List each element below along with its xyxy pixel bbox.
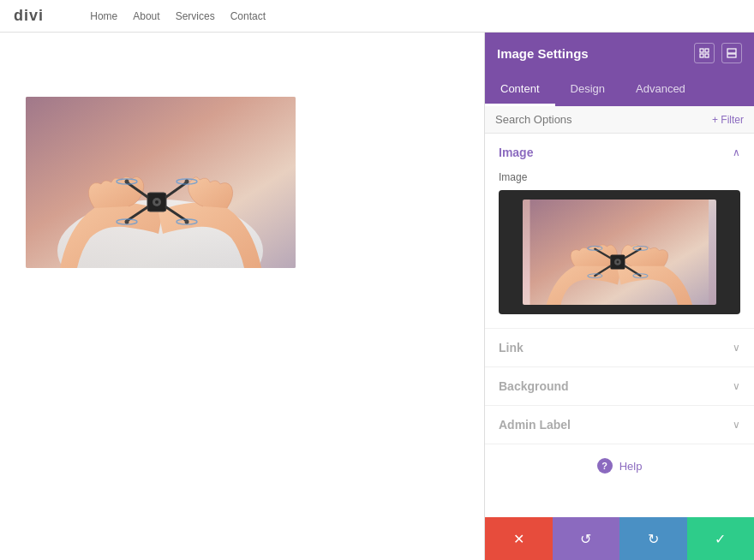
admin-label-chevron-icon: ∨ [733,419,740,431]
undo-icon: ↺ [580,531,591,547]
image-section-header[interactable]: Image ∧ [485,134,754,171]
svg-point-11 [125,180,129,184]
svg-point-13 [125,220,129,224]
search-input[interactable] [495,113,712,126]
cancel-icon: ✕ [513,531,524,547]
background-section-title: Background [499,379,569,393]
collapse-icon-button[interactable] [721,43,742,63]
link-chevron-icon: ∨ [733,342,740,354]
image-chevron-icon: ∧ [733,146,740,158]
svg-rect-18 [705,49,709,52]
help-section: ? Help [485,444,754,487]
svg-rect-20 [705,54,709,57]
panel-tabs: Content Design Advanced [485,74,754,106]
admin-label-section-title: Admin Label [499,418,571,432]
image-preview[interactable] [499,190,740,314]
svg-point-16 [155,200,159,204]
nav-links: Home About Services Contact [90,10,266,22]
panel-content: Image ∧ Image [485,134,754,517]
help-icon: ? [597,458,613,474]
nav-contact[interactable]: Contact [230,10,266,22]
redo-button[interactable]: ↻ [619,517,687,560]
image-field-label: Image [499,171,740,183]
expand-icon-button[interactable] [694,43,715,63]
image-section-title: Image [499,146,533,159]
tab-design[interactable]: Design [555,74,620,106]
canvas-image [26,97,296,268]
link-section-header[interactable]: Link ∨ [485,329,754,366]
panel-header-icons [694,43,742,63]
background-chevron-icon: ∨ [733,380,740,392]
canvas-area: ••• [0,33,484,560]
panel-title: Image Settings [497,46,589,61]
svg-rect-21 [727,49,736,53]
image-section-content: Image [485,171,754,328]
image-preview-inner [523,200,716,305]
svg-rect-22 [727,54,736,57]
admin-label-section-header[interactable]: Admin Label ∨ [485,406,754,444]
svg-rect-19 [700,54,703,57]
nav-about[interactable]: About [133,10,159,22]
section-admin-label: Admin Label ∨ [485,406,754,444]
section-image: Image ∧ Image [485,134,754,329]
logo: divi [14,7,44,25]
svg-point-12 [185,180,189,184]
save-button[interactable]: ✓ [687,517,755,560]
nav-home[interactable]: Home [90,10,117,22]
svg-point-14 [185,220,189,224]
section-link: Link ∨ [485,329,754,367]
nav-services[interactable]: Services [176,10,215,22]
panel-header: Image Settings [485,33,754,74]
tab-advanced[interactable]: Advanced [620,74,701,106]
tab-content[interactable]: Content [485,74,555,106]
top-navigation: divi Home About Services Contact [0,0,754,33]
section-background: Background ∨ [485,367,754,406]
cancel-button[interactable]: ✕ [485,517,553,560]
link-section-title: Link [499,341,524,354]
undo-button[interactable]: ↺ [553,517,620,560]
main-layout: ••• Image Settings [0,33,754,560]
svg-rect-17 [700,49,703,52]
save-icon: ✓ [715,531,726,547]
settings-panel: Image Settings [484,33,754,560]
filter-button[interactable]: + Filter [712,114,744,126]
svg-point-34 [617,260,619,263]
background-section-header[interactable]: Background ∨ [485,367,754,405]
action-bar: ✕ ↺ ↻ ✓ [485,517,754,560]
search-bar: + Filter [485,106,754,134]
redo-icon: ↻ [648,531,659,547]
help-text[interactable]: Help [619,460,643,473]
